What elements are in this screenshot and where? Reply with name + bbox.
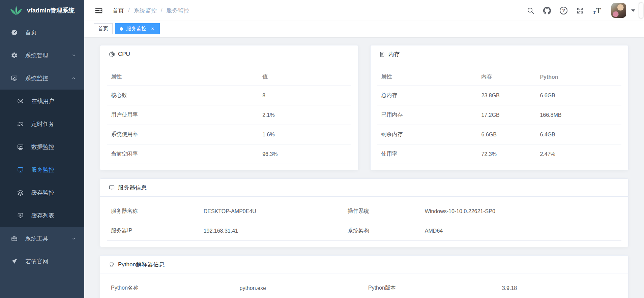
fullscreen-icon[interactable] (576, 7, 584, 14)
caret-down-icon (631, 9, 635, 12)
scrollbar-thumb[interactable] (639, 3, 643, 18)
app-logo[interactable]: vfadmin管理系统 (0, 0, 84, 21)
memory-card: 内存 属性 内存 Python 总内存 (370, 45, 629, 170)
sidebar-item-official-site[interactable]: 若依官网 (0, 250, 84, 273)
user-menu[interactable] (611, 3, 635, 18)
cpu-card: CPU 属性 值 核心数 8 (100, 45, 358, 170)
cell-value: python.exe (236, 278, 364, 298)
tab-label: 首页 (98, 26, 108, 32)
breadcrumb: 首页 / 系统监控 / 服务监控 (113, 7, 189, 14)
cell-label: 系统使用率 (107, 125, 258, 144)
cell-value: 6.6GB (477, 125, 536, 144)
font-size-small-glyph: T (593, 10, 596, 14)
cell-value: 166.8MB (536, 105, 621, 125)
memory-card-body: 属性 内存 Python 总内存 23.8GB 6.6GB (371, 63, 628, 170)
breadcrumb-separator: / (161, 7, 163, 14)
cell-value: Windows-10-10.0.22621-SP0 (421, 202, 621, 221)
cell-value: 6.6GB (536, 86, 621, 105)
sidebar-item-label: 若依官网 (25, 258, 76, 265)
cell-value: 72.3% (477, 144, 536, 164)
layers-icon (17, 189, 24, 196)
cell-label: 使用率 (377, 144, 477, 164)
memory-card-header: 内存 (371, 45, 628, 63)
card-title: 服务器信息 (118, 184, 147, 192)
sidebar-item-service-monitor[interactable]: 服务监控 (0, 158, 84, 181)
service-monitor-icon (17, 166, 24, 173)
schedule-icon (17, 121, 24, 128)
server-table: 服务器名称 DESKTOP-AMP0E4U 操作系统 Windows-10-10… (107, 202, 621, 241)
avatar[interactable] (611, 3, 626, 18)
tab-service-monitor[interactable]: 服务监控 × (115, 23, 160, 34)
cell-label: 总内存 (377, 86, 477, 105)
logo-grass-icon (10, 4, 23, 17)
python-card-header: Python解释器信息 (100, 256, 628, 273)
server-card-body: 服务器名称 DESKTOP-AMP0E4U 操作系统 Windows-10-10… (100, 197, 628, 247)
breadcrumb-home[interactable]: 首页 (113, 7, 124, 14)
table-row: 系统使用率 1.6% (107, 125, 351, 144)
sidebar-item-data-monitor[interactable]: 数据监控 (0, 135, 84, 158)
sidebar-item-system-monitor[interactable]: 系统监控 (0, 67, 84, 90)
cache-list-icon (17, 212, 24, 219)
cell-value: 17.2GB (477, 105, 536, 125)
table-header-row: 属性 值 (107, 68, 351, 86)
sidebar-item-scheduled-tasks[interactable]: 定时任务 (0, 112, 84, 135)
cpu-card-body: 属性 值 核心数 8 用户使用率 2.1% (100, 63, 358, 170)
sidebar-collapse-icon[interactable] (94, 6, 103, 15)
sidebar-item-label: 服务监控 (31, 166, 76, 174)
cell-label: 核心数 (107, 86, 258, 105)
card-title: Python解释器信息 (118, 261, 165, 268)
sidebar-item-label: 缓存列表 (31, 212, 76, 220)
toolbox-icon (11, 235, 18, 242)
tab-home[interactable]: 首页 (94, 23, 113, 34)
card-title: CPU (118, 51, 130, 58)
chevron-down-icon (71, 53, 76, 58)
cell-value: 8 (258, 86, 351, 105)
cell-label: Python名称 (107, 278, 236, 298)
sidebar-item-label: 在线用户 (31, 97, 76, 105)
column-header: 属性 (107, 68, 258, 86)
breadcrumb-current: 服务监控 (166, 7, 189, 14)
cell-value: 3.9.18 (498, 278, 621, 298)
cell-value: 6.4GB (536, 125, 621, 144)
font-size-icon[interactable]: T T (593, 6, 601, 14)
table-row: 总内存 23.8GB 6.6GB (377, 86, 622, 105)
column-header: 内存 (477, 68, 536, 86)
cpu-card-header: CPU (100, 45, 358, 63)
sidebar-item-system-tools[interactable]: 系统工具 (0, 227, 84, 250)
table-row: 剩余内存 6.6GB 6.4GB (377, 125, 622, 144)
cell-label: Python版本 (364, 278, 498, 298)
cell-label: 服务器名称 (107, 202, 200, 221)
cell-value: 192.168.31.41 (200, 221, 344, 241)
server-card-header: 服务器信息 (100, 179, 628, 197)
close-icon[interactable]: × (150, 26, 155, 32)
sidebar-item-cache-monitor[interactable]: 缓存监控 (0, 181, 84, 204)
cell-label: 当前空闲率 (107, 144, 258, 164)
sidebar-item-label: 系统工具 (25, 235, 71, 242)
cell-value: 96.3% (258, 144, 351, 164)
table-row: 服务器名称 DESKTOP-AMP0E4U 操作系统 Windows-10-10… (107, 202, 621, 221)
help-icon[interactable]: ? (560, 7, 567, 14)
memory-table: 属性 内存 Python 总内存 23.8GB 6.6GB (377, 68, 622, 164)
breadcrumb-separator: / (128, 7, 130, 14)
sidebar-item-label: 系统管理 (25, 52, 71, 59)
python-info-card: Python解释器信息 Python名称 python.exe Python版本… (100, 255, 628, 298)
chevron-up-icon (71, 76, 76, 81)
cell-value: 2.47% (536, 144, 621, 164)
sidebar-item-system-manage[interactable]: 系统管理 (0, 44, 84, 67)
sidebar-item-home[interactable]: 首页 (0, 21, 84, 44)
send-icon (11, 258, 18, 265)
cell-label: 服务器IP (107, 221, 200, 241)
top-cards-row: CPU 属性 值 核心数 8 (100, 45, 628, 170)
column-header: 属性 (377, 68, 477, 86)
github-icon[interactable] (543, 7, 551, 14)
cell-value: 1.6% (258, 125, 351, 144)
sidebar-item-cache-list[interactable]: 缓存列表 (0, 204, 84, 227)
card-title: 内存 (388, 51, 400, 58)
table-row: 核心数 8 (107, 86, 351, 105)
table-row: Python名称 python.exe Python版本 3.9.18 (107, 278, 621, 298)
sidebar-item-online-users[interactable]: 在线用户 (0, 90, 84, 112)
sidebar-item-label: 数据监控 (31, 143, 76, 151)
main-area: 首页 / 系统监控 / 服务监控 ? T T (84, 0, 644, 298)
search-icon[interactable] (527, 7, 534, 14)
sidebar: vfadmin管理系统 首页 系统管理 系统监控 在线用户 (0, 0, 84, 298)
